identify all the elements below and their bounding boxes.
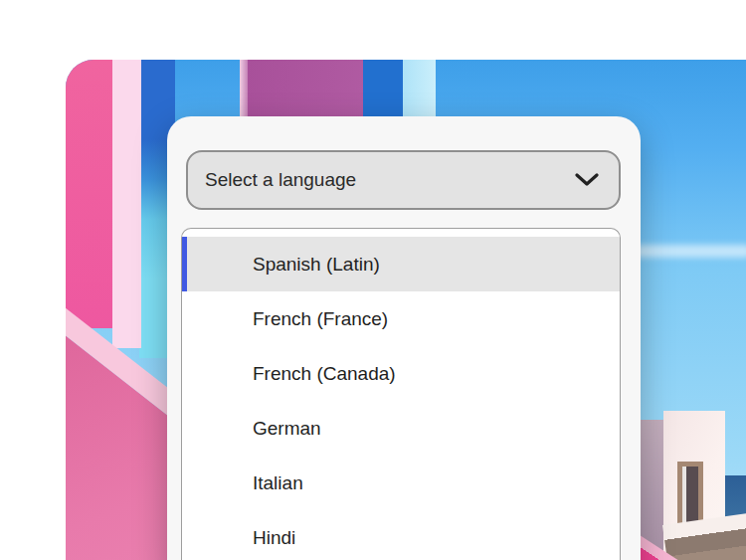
option-label: French (Canada)	[253, 363, 396, 385]
language-select-button[interactable]: Select a language	[186, 150, 621, 210]
option-label: German	[253, 418, 321, 440]
option-german[interactable]: German	[182, 401, 620, 456]
option-french-canada[interactable]: French (Canada)	[182, 346, 620, 401]
photo-purple-wall-edge	[240, 60, 248, 121]
option-label: Spanish (Latin)	[253, 254, 380, 276]
photo-hot-pink-stripe	[66, 60, 112, 328]
option-hindi[interactable]: Hindi	[182, 510, 620, 560]
screen: Select a language Spanish (Latin) French…	[0, 0, 746, 560]
option-label: Italian	[253, 472, 303, 494]
option-label: Hindi	[253, 527, 295, 549]
chevron-down-icon	[575, 173, 599, 187]
photo-cyan-stripe	[403, 60, 436, 121]
language-listbox: Spanish (Latin) French (France) French (…	[181, 228, 621, 560]
photo-purple-wall	[248, 60, 363, 121]
selected-accent-bar	[182, 237, 187, 291]
photo-light-pink-stripe	[112, 60, 141, 348]
photo-blue-stripe	[363, 60, 403, 121]
language-selector-panel: Select a language Spanish (Latin) French…	[167, 116, 641, 560]
option-french-france[interactable]: French (France)	[182, 291, 620, 346]
option-spanish-latin[interactable]: Spanish (Latin)	[182, 237, 620, 291]
language-select-label: Select a language	[205, 169, 356, 191]
option-italian[interactable]: Italian	[182, 456, 620, 510]
option-label: French (France)	[253, 308, 388, 330]
